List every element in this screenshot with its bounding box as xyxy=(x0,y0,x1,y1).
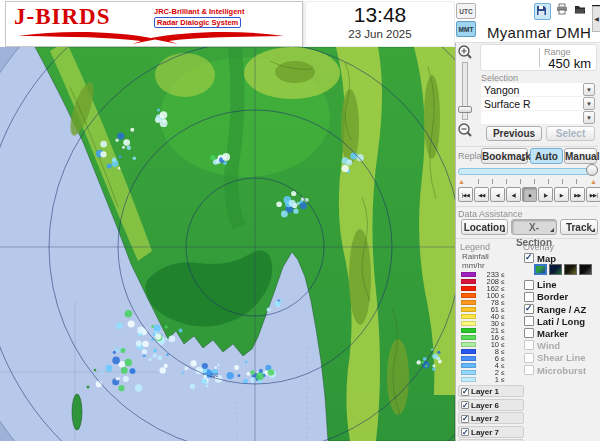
range-box: Range 450 km xyxy=(480,44,597,71)
product-select-value: Surface R xyxy=(484,98,531,110)
overlay-item-border[interactable]: Border xyxy=(524,290,600,302)
manual-button[interactable]: Manual xyxy=(564,148,597,164)
chevron-down-icon[interactable]: ▼ xyxy=(583,97,595,110)
overlay-item-shear-line: Shear Line xyxy=(524,351,600,363)
overlay-item-lati-long[interactable]: Lati / Long xyxy=(524,315,600,327)
zoom-in-icon[interactable] xyxy=(457,44,473,60)
clock-panel: 13:48 23 Jun 2025 xyxy=(305,1,455,47)
layer-toggle[interactable]: Layer 6 xyxy=(458,399,524,411)
logo-subtitle-line1: JRC-Brilliant & Intelligent xyxy=(154,7,244,16)
skip-to-end-button[interactable]: ▶▶| xyxy=(586,187,600,202)
overlay-item-map[interactable]: Map xyxy=(524,252,600,264)
overlay-item-range-az[interactable]: Range / AZ xyxy=(524,303,600,315)
legend-label: Legend xyxy=(460,242,490,252)
clock-time: 13:48 xyxy=(306,3,454,27)
chevron-down-icon[interactable]: ▼ xyxy=(583,83,595,96)
legend-entry: 1≤ xyxy=(461,376,505,383)
product-select[interactable]: Surface R ▼ xyxy=(481,97,595,110)
mmt-button[interactable]: MMT xyxy=(456,21,476,37)
overlay-label: Overlay xyxy=(523,242,554,252)
fast-rewind-button[interactable]: ◀◀ xyxy=(474,187,489,202)
clock-date: 23 Jun 2025 xyxy=(306,28,454,40)
checkbox-checked-icon[interactable] xyxy=(461,388,469,396)
map-style-green-blue[interactable] xyxy=(534,264,547,275)
checkbox-disabled-icon xyxy=(524,340,534,350)
location-button[interactable]: Location xyxy=(461,219,508,235)
checkbox-icon[interactable] xyxy=(524,316,534,326)
utc-button[interactable]: UTC xyxy=(456,3,476,19)
legend-unit-line2: mm/hr xyxy=(462,261,485,270)
auto-button[interactable]: Auto xyxy=(530,148,563,164)
checkbox-disabled-icon xyxy=(524,365,534,375)
checkbox-icon[interactable] xyxy=(524,328,534,338)
ring-distance-label: 200 xyxy=(210,372,219,378)
bird-icon xyxy=(16,29,294,45)
checkbox-checked-icon[interactable] xyxy=(524,304,534,314)
zoom-slider-handle[interactable] xyxy=(458,106,472,113)
chevron-down-icon[interactable]: ▼ xyxy=(583,111,595,124)
site-title: Myanmar DMH xyxy=(487,24,591,41)
play-backward-button[interactable]: ◀ xyxy=(490,187,505,202)
checkbox-icon[interactable] xyxy=(524,292,534,302)
logo-title: J-BIRDS xyxy=(14,4,110,30)
zoom-out-icon[interactable] xyxy=(457,122,473,138)
previous-button[interactable]: Previous xyxy=(486,126,542,141)
overlay-item-wind: Wind xyxy=(524,339,600,351)
checkbox-checked-icon[interactable] xyxy=(461,428,469,436)
zoom-control xyxy=(457,44,475,62)
replay-slider-handle[interactable] xyxy=(586,164,598,176)
xsection-button[interactable]: X-Section xyxy=(511,219,557,235)
map-style-olive[interactable] xyxy=(564,264,577,275)
divider xyxy=(456,238,598,239)
legend-unit-line1: Rainfall xyxy=(462,252,489,261)
print-icon[interactable] xyxy=(556,3,569,16)
step-forward-button[interactable]: |▶ xyxy=(538,187,553,202)
playback-controls: |◀◀ ◀◀ ◀ ◀| ■ |▶ ▶ ▶▶ ▶▶| xyxy=(458,187,600,202)
site-select[interactable]: Yangon ▼ xyxy=(481,83,595,96)
radar-map[interactable]: 200 xyxy=(0,47,455,441)
play-button[interactable]: ▶ xyxy=(554,187,569,202)
replay-slider-ticks: ▲ ▲ xyxy=(458,177,597,186)
open-folder-icon[interactable] xyxy=(574,3,587,16)
range-value: 450 km xyxy=(539,56,591,71)
layer-toggle[interactable]: Layer 7 xyxy=(458,426,524,438)
legend-scale: 233≤ 208≤ 162≤ 100≤ 78≤ 61≤ 40≤ 30≤ 21≤ … xyxy=(461,271,505,383)
skip-to-start-button[interactable]: |◀◀ xyxy=(458,187,473,202)
extra-select[interactable]: ▼ xyxy=(481,111,595,124)
zoom-out-control xyxy=(457,122,475,140)
checkbox-checked-icon[interactable] xyxy=(461,401,469,409)
checkbox-checked-icon[interactable] xyxy=(524,253,534,263)
layer-toggles: Layer 1 Layer 6 Layer 2 Layer 7 Layer 3 … xyxy=(458,385,598,441)
site-select-value: Yangon xyxy=(484,84,519,96)
checkbox-icon[interactable] xyxy=(524,280,534,290)
panel-collapse-handle[interactable]: ◀ xyxy=(592,6,600,32)
map-style-navy[interactable] xyxy=(549,264,562,275)
data-assistance-label: Data Assistance xyxy=(458,209,523,219)
layer-toggle[interactable]: Layer 1 xyxy=(458,385,524,397)
select-button[interactable]: Select xyxy=(546,126,595,141)
replay-slider-track[interactable] xyxy=(458,168,597,175)
overlay-list: Map Line Border Range / AZ Lati / Long M… xyxy=(524,252,600,376)
divider xyxy=(456,146,598,147)
overlay-item-microburst: Microburst xyxy=(524,364,600,376)
step-back-button[interactable]: ◀| xyxy=(506,187,521,202)
overlay-item-marker[interactable]: Marker xyxy=(524,327,600,339)
checkbox-disabled-icon xyxy=(524,353,534,363)
fast-forward-button[interactable]: ▶▶ xyxy=(570,187,585,202)
jbirds-app: J-BIRDS JRC-Brilliant & Intelligent Rada… xyxy=(0,0,600,441)
layer-toggle[interactable]: Layer 2 xyxy=(458,412,524,424)
slider-start-marker-icon: ▲ xyxy=(458,178,465,185)
map-style-thumbnails xyxy=(524,264,600,278)
save-icon[interactable] xyxy=(534,3,551,20)
logo-subtitle-line2: Radar Dialogic System xyxy=(154,17,241,28)
map-style-dark[interactable] xyxy=(579,264,592,275)
app-logo: J-BIRDS JRC-Brilliant & Intelligent Rada… xyxy=(5,1,303,47)
checkbox-checked-icon[interactable] xyxy=(461,415,469,423)
selection-label: Selection xyxy=(481,73,518,83)
divider xyxy=(456,206,598,207)
bookmark-button[interactable]: Bookmark xyxy=(481,148,528,164)
stop-button[interactable]: ■ xyxy=(522,187,537,202)
track-button[interactable]: Track xyxy=(560,219,598,235)
overlay-item-line[interactable]: Line xyxy=(524,278,600,290)
slider-end-marker-icon: ▲ xyxy=(590,178,597,185)
